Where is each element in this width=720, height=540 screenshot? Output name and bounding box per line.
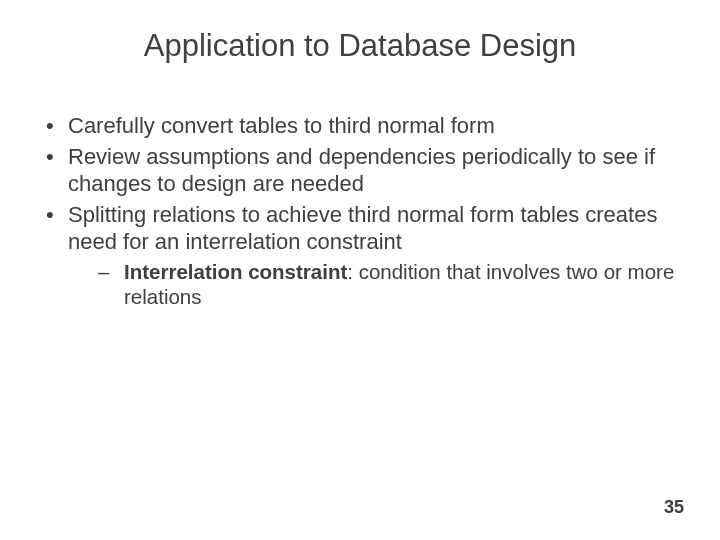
- bullet-text: Splitting relations to achieve third nor…: [68, 202, 657, 255]
- bullet-text: Carefully convert tables to third normal…: [68, 113, 495, 138]
- bullet-item: Review assumptions and dependencies peri…: [40, 143, 680, 198]
- sub-bullet-item: Interrelation constraint: condition that…: [68, 259, 680, 310]
- bullet-text: Review assumptions and dependencies peri…: [68, 144, 655, 197]
- sub-bullet-list: Interrelation constraint: condition that…: [68, 259, 680, 310]
- bullet-item: Carefully convert tables to third normal…: [40, 112, 680, 140]
- definition-term: Interrelation constraint: [124, 260, 347, 283]
- page-number: 35: [664, 497, 684, 518]
- bullet-item: Splitting relations to achieve third nor…: [40, 201, 680, 310]
- slide-body: Carefully convert tables to third normal…: [40, 112, 680, 313]
- slide-title: Application to Database Design: [0, 28, 720, 64]
- slide: Application to Database Design Carefully…: [0, 0, 720, 540]
- bullet-list: Carefully convert tables to third normal…: [40, 112, 680, 310]
